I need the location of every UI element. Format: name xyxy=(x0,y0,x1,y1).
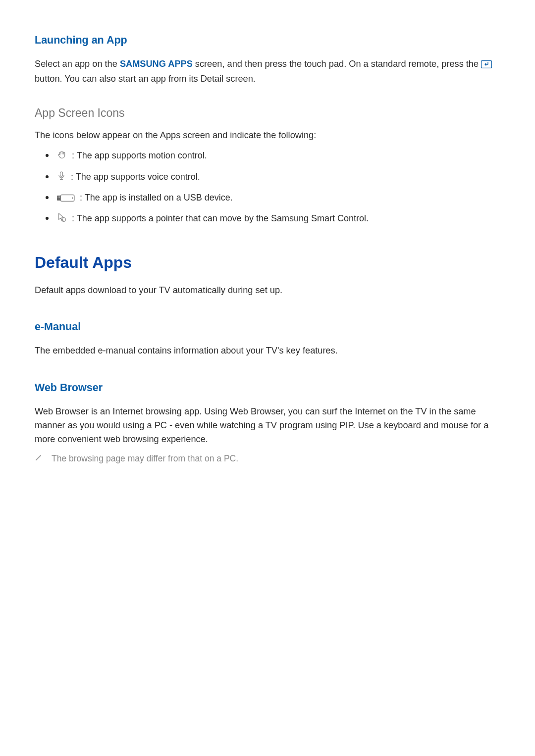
svg-rect-4 xyxy=(59,197,60,198)
note-container: The browsing page may differ from that o… xyxy=(35,452,500,465)
list-item-pointer: : The app supports a pointer that can mo… xyxy=(46,212,500,226)
enter-button-icon xyxy=(481,57,492,71)
list-item-motion: : The app supports motion control. xyxy=(46,149,500,163)
heading-launching-an-app: Launching an App xyxy=(35,32,500,48)
svg-rect-3 xyxy=(58,197,59,198)
list-item-voice: : The app supports voice control. xyxy=(46,170,500,184)
heading-e-manual: e-Manual xyxy=(35,319,500,335)
para-default-apps: Default apps download to your TV automat… xyxy=(35,283,500,297)
para-appicons-intro: The icons below appear on the Apps scree… xyxy=(35,128,500,142)
list-item-text: : The app supports a pointer that can mo… xyxy=(69,213,369,223)
text-fragment: screen, and then press the touch pad. On… xyxy=(193,59,481,69)
usb-device-icon xyxy=(56,192,75,205)
list-item-text: : The app is installed on a USB device. xyxy=(77,193,233,202)
motion-hand-icon xyxy=(56,150,67,163)
icon-list: : The app supports motion control. : The… xyxy=(35,149,500,226)
text-fragment: button. You can also start an app from i… xyxy=(35,74,256,84)
heading-web-browser: Web Browser xyxy=(35,380,500,396)
list-item-usb: : The app is installed on a USB device. xyxy=(46,191,500,205)
para-web-browser: Web Browser is an Internet browsing app.… xyxy=(35,404,500,447)
heading-default-apps: Default Apps xyxy=(35,251,500,274)
voice-mic-icon xyxy=(56,170,66,184)
note-text: The browsing page may differ from that o… xyxy=(52,452,238,465)
pointer-cursor-icon xyxy=(56,212,67,226)
svg-rect-1 xyxy=(60,172,63,176)
para-launching: Select an app on the SAMSUNG APPS screen… xyxy=(35,57,500,85)
para-e-manual: The embedded e-manual contains informati… xyxy=(35,344,500,357)
list-item-text: : The app supports motion control. xyxy=(69,151,207,160)
list-item-text: : The app supports voice control. xyxy=(68,172,200,182)
note-pencil-icon xyxy=(35,453,43,465)
text-samsung-apps: SAMSUNG APPS xyxy=(120,59,193,69)
text-fragment: Select an app on the xyxy=(35,59,120,69)
svg-rect-6 xyxy=(72,197,73,199)
heading-app-screen-icons: App Screen Icons xyxy=(35,104,500,122)
